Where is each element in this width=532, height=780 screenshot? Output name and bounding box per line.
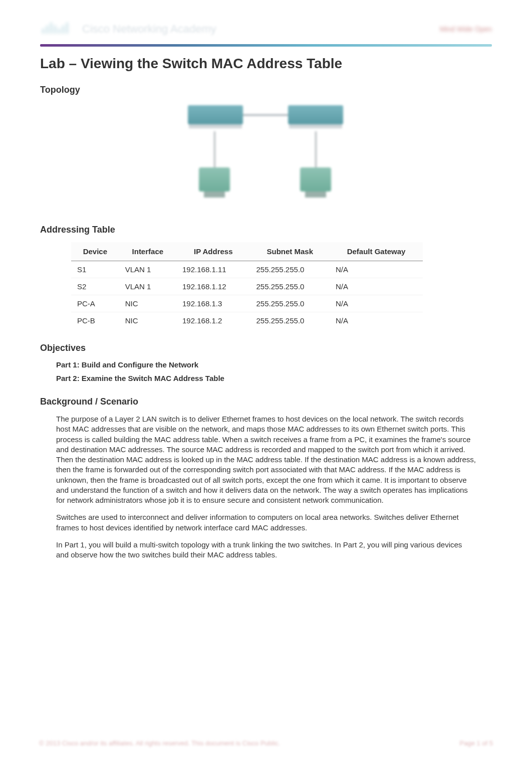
cell-ip: 192.168.1.3 bbox=[176, 295, 250, 312]
objectives-heading: Objectives bbox=[40, 343, 492, 353]
link-s2-pcb bbox=[315, 131, 317, 167]
cell-mask: 255.255.255.0 bbox=[250, 261, 330, 278]
cell-mask: 255.255.255.0 bbox=[250, 312, 330, 329]
footer-page-number: Page 1 of 5 bbox=[460, 739, 493, 747]
cell-device: S1 bbox=[71, 261, 119, 278]
cell-gateway: N/A bbox=[330, 295, 423, 312]
col-gateway: Default Gateway bbox=[330, 242, 423, 261]
switch-s2-icon bbox=[288, 105, 343, 124]
background-p3: In Part 1, you will build a multi-switch… bbox=[56, 540, 476, 560]
footer-copyright: © 2013 Cisco and/or its affiliates. All … bbox=[39, 739, 280, 747]
addressing-heading: Addressing Table bbox=[40, 225, 492, 235]
brand-text: Cisco Networking Academy bbox=[82, 23, 216, 36]
page-footer: © 2013 Cisco and/or its affiliates. All … bbox=[39, 739, 493, 747]
cell-ip: 192.168.1.11 bbox=[176, 261, 250, 278]
page-header: Cisco Networking Academy Mind Wide Open bbox=[40, 20, 492, 44]
cell-interface: NIC bbox=[119, 312, 176, 329]
cell-device: PC-A bbox=[71, 295, 119, 312]
cell-interface: VLAN 1 bbox=[119, 261, 176, 278]
cell-gateway: N/A bbox=[330, 278, 423, 295]
page-title: Lab – Viewing the Switch MAC Address Tab… bbox=[40, 56, 492, 72]
background-p2: Switches are used to interconnect and de… bbox=[56, 512, 476, 533]
topology-heading: Topology bbox=[40, 85, 492, 95]
background-heading: Background / Scenario bbox=[40, 397, 492, 407]
cell-gateway: N/A bbox=[330, 261, 423, 278]
cell-mask: 255.255.255.0 bbox=[250, 278, 330, 295]
cell-ip: 192.168.1.12 bbox=[176, 278, 250, 295]
cell-gateway: N/A bbox=[330, 312, 423, 329]
col-device: Device bbox=[71, 242, 119, 261]
col-interface: Interface bbox=[119, 242, 176, 261]
objective-part1: Part 1: Build and Configure the Network bbox=[56, 360, 492, 369]
cell-device: S2 bbox=[71, 278, 119, 295]
table-row: PC-B NIC 192.168.1.2 255.255.255.0 N/A bbox=[71, 312, 423, 329]
link-s1-pca bbox=[214, 131, 215, 167]
col-ip: IP Address bbox=[176, 242, 250, 261]
cell-device: PC-B bbox=[71, 312, 119, 329]
cell-mask: 255.255.255.0 bbox=[250, 295, 330, 312]
pc-b-icon bbox=[300, 167, 331, 191]
switch-s1-icon bbox=[188, 105, 243, 124]
pc-a-icon bbox=[199, 167, 230, 191]
cell-ip: 192.168.1.2 bbox=[176, 312, 250, 329]
cell-interface: NIC bbox=[119, 295, 176, 312]
header-divider bbox=[40, 44, 492, 47]
header-tagline: Mind Wide Open bbox=[440, 25, 492, 33]
trunk-link bbox=[243, 114, 288, 116]
topology-diagram bbox=[176, 102, 356, 213]
table-row: S1 VLAN 1 192.168.1.11 255.255.255.0 N/A bbox=[71, 261, 423, 278]
table-row: PC-A NIC 192.168.1.3 255.255.255.0 N/A bbox=[71, 295, 423, 312]
table-row: S2 VLAN 1 192.168.1.12 255.255.255.0 N/A bbox=[71, 278, 423, 295]
cell-interface: VLAN 1 bbox=[119, 278, 176, 295]
background-p1: The purpose of a Layer 2 LAN switch is t… bbox=[56, 414, 476, 505]
cisco-logo-icon bbox=[40, 20, 72, 38]
col-mask: Subnet Mask bbox=[250, 242, 330, 261]
addressing-table: Device Interface IP Address Subnet Mask … bbox=[71, 242, 423, 329]
objective-part2: Part 2: Examine the Switch MAC Address T… bbox=[56, 374, 492, 382]
